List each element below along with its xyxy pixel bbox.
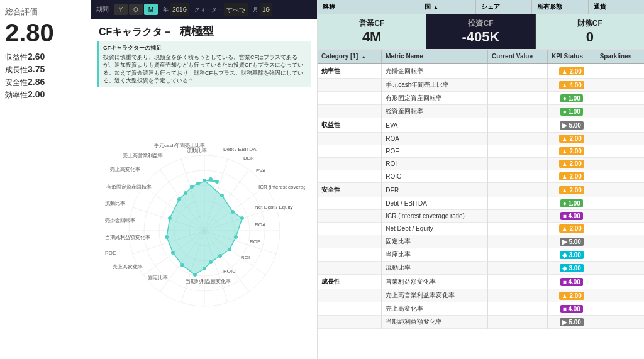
table-row[interactable]: 当期純利益額変化率▶ 5.00	[318, 316, 644, 329]
svg-point-35	[193, 273, 197, 277]
value-cell	[487, 223, 547, 235]
year-select[interactable]: 2016	[170, 3, 189, 16]
svg-text:ROIC: ROIC	[223, 268, 236, 274]
month-select[interactable]: 10	[260, 3, 272, 16]
svg-text:ROI: ROI	[241, 255, 250, 260]
table-row[interactable]: 流動比率◆ 3.00	[318, 262, 644, 275]
right-panel: 略称 国 ▲ シェア 所有形態 通貨 営業CF 4M 投資CF -405K 財務…	[318, 0, 644, 359]
sparkline-cell	[596, 133, 644, 145]
category-cell	[318, 105, 382, 118]
svg-point-32	[218, 254, 222, 258]
toshi-cf-value: -405K	[462, 29, 500, 45]
category-cell	[318, 316, 382, 329]
category-cell	[318, 170, 382, 183]
kpi-badge: ● 1.00	[560, 108, 583, 116]
svg-text:売掛金回転率: 売掛金回転率	[105, 218, 135, 223]
col-category[interactable]: Category [1] ▲	[318, 50, 382, 64]
share-header: シェア	[476, 0, 533, 14]
col-value[interactable]: Current Value	[487, 50, 547, 64]
table-row[interactable]: 売上高変化率■ 4.00	[318, 302, 644, 316]
table-row[interactable]: 収益性EVA▶ 5.00	[318, 118, 644, 133]
table-row[interactable]: ICR (interest coverage ratio)■ 4.00	[318, 210, 644, 223]
table-row[interactable]: 売上高営業利益率変化率▲ 2.00	[318, 289, 644, 302]
table-row[interactable]: 効率性売掛金回転率▲ 2.00	[318, 64, 644, 79]
cf-note-box: CFキャラクターの補足 投資に慎重であり、現預金を多く積もうとしている。営業CF…	[97, 41, 311, 87]
metric-cell: ROE	[382, 145, 488, 158]
metric-cell: 当座比率	[382, 248, 488, 262]
table-row[interactable]: ROIC▲ 2.00	[318, 170, 644, 183]
period-btn-y[interactable]: Y	[114, 4, 128, 15]
period-btn-m[interactable]: M	[144, 4, 158, 15]
category-cell	[318, 210, 382, 223]
value-cell	[487, 64, 547, 79]
table-row[interactable]: 当座比率◆ 3.00	[318, 248, 644, 262]
value-cell	[487, 158, 547, 170]
metric-cell: 売上高変化率	[382, 302, 488, 316]
col-metric[interactable]: Metric Name	[382, 50, 488, 64]
cf-type: 積極型	[180, 24, 214, 39]
metric-cell: EVA	[382, 118, 488, 133]
table-row[interactable]: 有形固定資産回転率● 1.00	[318, 92, 644, 105]
category-cell	[318, 262, 382, 275]
svg-text:DER: DER	[243, 155, 254, 161]
kpi-cell: ▲ 4.00	[547, 79, 596, 92]
table-row[interactable]: ROI▲ 2.00	[318, 158, 644, 170]
kpi-cell: ▲ 2.00	[547, 64, 596, 79]
sparkline-cell	[596, 79, 644, 92]
table-row[interactable]: 固定比率▶ 5.00	[318, 235, 644, 248]
table-row[interactable]: Net Debt / Equity▲ 2.00	[318, 223, 644, 235]
table-row[interactable]: Debt / EBITDA● 1.00	[318, 197, 644, 210]
kpi-badge: ▲ 2.00	[559, 172, 584, 180]
kpi-cell: ● 1.00	[547, 92, 596, 105]
col-kpi[interactable]: KPI Status	[547, 50, 596, 64]
period-btn-q[interactable]: Q	[129, 4, 143, 15]
toshi-cf-label: 投資CF	[468, 18, 493, 29]
sparkline-cell	[596, 289, 644, 302]
kpi-badge: ▲ 2.00	[559, 186, 584, 194]
kpi-cell: ▲ 2.00	[547, 223, 596, 235]
category-cell	[318, 248, 382, 262]
category-cell	[318, 223, 382, 235]
kpi-cell: ▶ 5.00	[547, 118, 596, 133]
svg-text:EVA: EVA	[256, 168, 266, 174]
table-row[interactable]: 安全性DER▲ 2.00	[318, 183, 644, 197]
table-row[interactable]: 手元cash年間売上比率▲ 4.00	[318, 79, 644, 92]
table-row[interactable]: 総資産回転率● 1.00	[318, 105, 644, 118]
kpi-badge: ▲ 2.00	[559, 135, 584, 143]
table-row[interactable]: 成長性営業利益額変化率■ 4.00	[318, 275, 644, 289]
toshi-cf-block: 投資CF -405K	[426, 14, 535, 49]
value-cell	[487, 170, 547, 183]
svg-point-28	[231, 210, 235, 214]
sparkline-cell	[596, 183, 644, 197]
value-cell	[487, 105, 547, 118]
metric-cell: ROA	[382, 133, 488, 145]
value-cell	[487, 145, 547, 158]
value-cell	[487, 118, 547, 133]
sparkline-cell	[596, 197, 644, 210]
year-dropdown-wrap: 年 2016	[163, 3, 189, 16]
svg-text:流動比率: 流動比率	[105, 201, 125, 206]
col-sparklines[interactable]: Sparklines	[596, 50, 644, 64]
top-header-row: 略称 国 ▲ シェア 所有形態 通貨	[318, 0, 644, 14]
category-cell	[318, 79, 382, 92]
metric-cell: ICR (interest coverage ratio)	[382, 210, 488, 223]
category-cell: 安全性	[318, 183, 382, 197]
svg-point-37	[171, 251, 175, 255]
nickname-header: 略称	[318, 0, 419, 14]
period-buttons: YQM	[114, 4, 158, 15]
period-label: 期間	[96, 5, 109, 14]
quarter-select[interactable]: すべて	[224, 3, 248, 16]
kpi-cell: ■ 4.00	[547, 210, 596, 223]
sparkline-cell	[596, 223, 644, 235]
svg-text:流動比率: 流動比率	[187, 148, 207, 153]
value-cell	[487, 275, 547, 289]
svg-text:売上高変化率: 売上高変化率	[113, 264, 143, 270]
kpi-cell: ■ 4.00	[547, 275, 596, 289]
table-row[interactable]: ROA▲ 2.00	[318, 133, 644, 145]
mid-panel: 期間 YQM 年 2016 クォーター すべて 月 10 CFキャラクタ－ 積極…	[91, 0, 318, 359]
sparkline-cell	[596, 302, 644, 316]
kpi-badge: ■ 4.00	[560, 212, 583, 220]
table-row[interactable]: ROE▲ 2.00	[318, 145, 644, 158]
sparkline-cell	[596, 105, 644, 118]
metrics-table-container[interactable]: Category [1] ▲ Metric Name Current Value…	[318, 50, 644, 359]
